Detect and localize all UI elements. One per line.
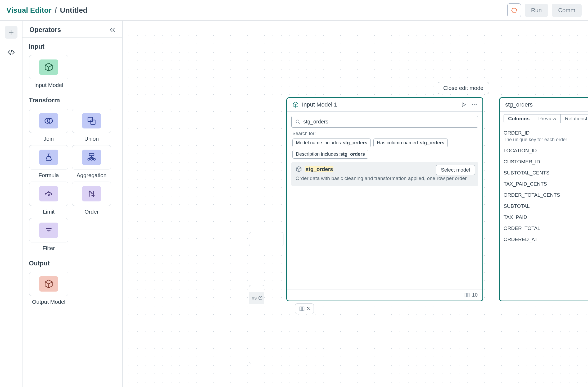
top-actions: Run Comm [507,3,582,17]
svg-rect-3 [91,120,95,125]
column-description: The unique key for each order. [504,137,568,142]
section-title-output: Output [29,260,116,267]
column-row[interactable]: ORDER_TOTALNUMBER [504,223,588,234]
result-description: Order data with basic cleaning and trans… [296,175,474,182]
column-row[interactable]: ORDER_TOTAL_CENTSNUMBER [504,190,588,201]
column-row[interactable]: TAX_PAIDNUMBER [504,212,588,223]
more-icon[interactable] [471,104,477,106]
assist-button[interactable] [507,3,521,17]
model-detail-card: stg_orders Columns Preview Relationship … [499,97,588,301]
background-node: ns [249,285,264,364]
page-title[interactable]: Untitled [60,6,87,15]
svg-point-6 [91,158,93,160]
left-rail [0,21,22,387]
column-name: TAX_PAID [504,214,527,220]
column-name: ORDER_ID [504,130,568,136]
commit-button[interactable]: Comm [552,4,582,17]
svg-rect-12 [303,307,304,311]
run-node-icon[interactable] [461,102,467,108]
column-row[interactable]: TAX_PAID_CENTSNUMBER [504,178,588,190]
tab-preview[interactable]: Preview [534,114,561,123]
select-model-button[interactable]: Select model [436,165,475,175]
column-row[interactable]: SUBTOTAL_CENTSNUMBER [504,167,588,178]
svg-rect-18 [467,293,468,297]
section-title-input: Input [29,43,116,50]
background-node [249,232,283,246]
svg-point-7 [93,158,96,160]
operator-aggregation[interactable]: Aggregation [72,145,111,178]
operator-union[interactable]: Union [72,109,111,142]
card-title: Input Model 1 [302,101,461,108]
column-name: CUSTOMER_ID [504,159,540,165]
columns-icon [464,292,470,298]
svg-point-5 [88,158,90,160]
canvas[interactable]: Close edit mode ns 3 Input Model 1 [123,21,588,387]
column-name: TAX_PAID_CENTS [504,181,547,187]
column-name: LOCATION_ID [504,148,537,154]
column-count: 10 [472,292,478,298]
collapse-panel-icon[interactable] [110,27,115,32]
svg-point-8 [48,195,49,196]
svg-rect-19 [468,293,469,297]
operators-panel: Operators Input Input Model Transform [22,21,123,387]
column-row[interactable]: SUBTOTALNUMBER [504,201,588,212]
operator-join[interactable]: Join [29,109,69,142]
search-input[interactable] [303,119,474,125]
svg-rect-11 [301,307,303,311]
tab-columns[interactable]: Columns [504,114,534,123]
svg-rect-4 [89,153,94,156]
operator-input-model[interactable]: Input Model [29,55,69,88]
section-title-transform: Transform [29,96,116,104]
column-name: SUBTOTAL [504,203,530,209]
column-name: ORDER_TOTAL [504,225,540,231]
tab-relationship[interactable]: Relationship [561,114,588,123]
operator-formula[interactable]: Formula [29,145,69,178]
column-row[interactable]: ORDER_IDThe unique key for each order.TE… [504,127,588,145]
svg-rect-17 [465,293,466,297]
input-model-card: Input Model 1 Search for: Model [286,97,483,301]
result-name: stg_orders [305,166,333,172]
add-button[interactable] [5,26,17,39]
detail-title: stg_orders [505,101,588,108]
operator-order[interactable]: Order [72,182,111,215]
operator-output-model[interactable]: Output Model [29,272,69,305]
column-row[interactable]: LOCATION_IDTEXT [504,145,588,156]
search-input-wrapper[interactable] [291,116,478,128]
filter-chip-has-column[interactable]: Has column named: stg_orders [373,139,448,147]
breadcrumb-separator: / [55,6,57,15]
svg-point-16 [296,120,299,123]
tab-group: Columns Preview Relationship [504,114,588,123]
operator-filter[interactable]: Filter [29,218,69,251]
search-for-label: Search for: [291,131,478,136]
column-name: ORDERED_AT [504,237,537,242]
app-name[interactable]: Visual Editor [6,6,52,15]
column-row[interactable]: ORDERED_ATTIMESTAMP_NTZ [504,234,588,245]
column-row[interactable]: CUSTOMER_IDTEXT [504,156,588,167]
column-name: ORDER_TOTAL_CENTS [504,192,560,198]
svg-point-14 [474,104,475,105]
svg-rect-2 [88,117,93,122]
close-edit-button[interactable]: Close edit mode [438,82,489,94]
run-button[interactable]: Run [525,4,548,17]
svg-rect-10 [300,307,301,311]
filter-chip-model-name[interactable]: Model name includes: stg_orders [292,139,371,147]
cube-icon [296,166,302,172]
search-result-item[interactable]: stg_orders Select model Order data with … [291,162,478,186]
top-bar: Visual Editor / Untitled Run Comm [0,0,588,21]
search-icon [295,119,301,125]
cube-icon [292,102,299,108]
breadcrumb: Visual Editor / Untitled [6,6,88,15]
code-view-button[interactable] [5,46,17,59]
filter-chip-description[interactable]: Description includes: stg_orders [292,150,368,159]
column-count-badge: 3 [295,303,314,314]
svg-point-13 [472,104,473,105]
column-name: SUBTOTAL_CENTS [504,170,550,176]
operator-limit[interactable]: Limit [29,182,69,215]
columns-list: ORDER_IDThe unique key for each order.TE… [500,126,588,301]
svg-point-15 [476,104,477,105]
panel-title: Operators [29,26,61,34]
